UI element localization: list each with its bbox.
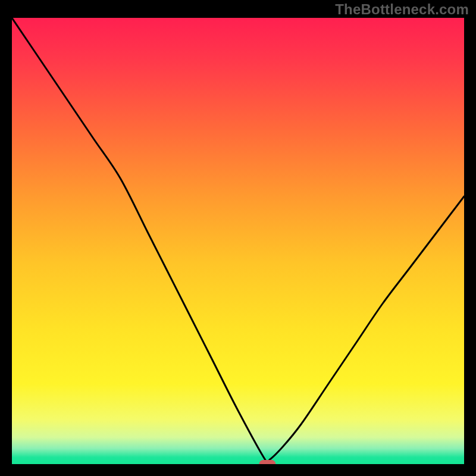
watermark-label: TheBottleneck.com	[335, 1, 469, 18]
plot-area	[12, 18, 464, 464]
gradient-background	[12, 18, 464, 464]
minimum-marker	[259, 460, 275, 464]
chart-frame: TheBottleneck.com	[0, 0, 476, 476]
chart-svg	[12, 18, 464, 464]
